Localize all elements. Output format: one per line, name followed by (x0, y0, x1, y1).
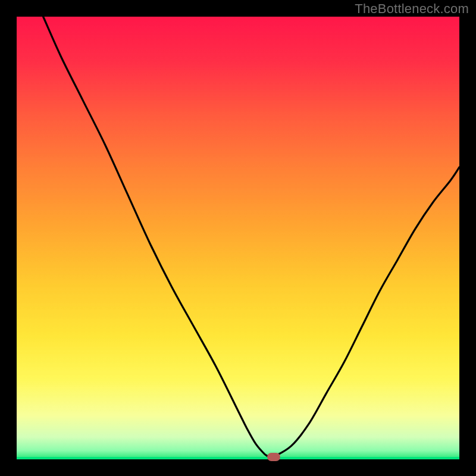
bottleneck-curve (17, 17, 459, 459)
chart-container: TheBottleneck.com (0, 0, 476, 476)
plot-area (17, 17, 459, 459)
watermark-text: TheBottleneck.com (355, 1, 469, 17)
optimum-marker (267, 453, 280, 461)
